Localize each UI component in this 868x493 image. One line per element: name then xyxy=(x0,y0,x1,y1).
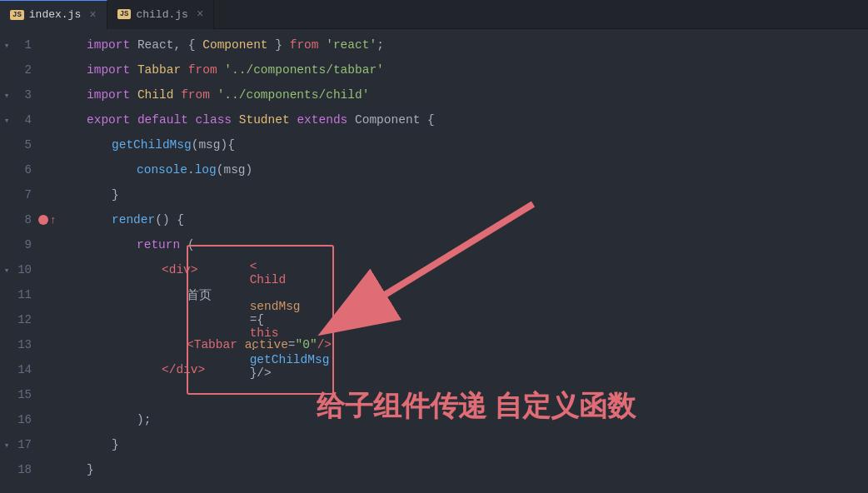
gutter-row-11: 11 xyxy=(0,282,83,307)
tag-child-lt: < xyxy=(250,260,257,273)
tab-label-child: child.js xyxy=(136,8,187,21)
brace-4: { xyxy=(227,138,235,152)
tab-close-child[interactable]: × xyxy=(197,7,203,21)
cls-child: Child xyxy=(137,88,174,102)
ln-16: 16 xyxy=(13,413,38,426)
tab-close-index[interactable]: × xyxy=(89,8,96,22)
ln-13: 13 xyxy=(13,338,38,351)
kw-import-3: import xyxy=(87,88,130,102)
attr-sendmsg: sendMsg xyxy=(250,300,301,313)
kw-import-2: import xyxy=(87,63,130,77)
tag-tabbar-close: /> xyxy=(317,338,332,351)
plain-17: . xyxy=(187,163,195,177)
fold-10[interactable]: ▾ xyxy=(0,265,13,276)
fn-console: console xyxy=(137,163,187,177)
plain-4: ; xyxy=(377,38,384,52)
ln-5: 5 xyxy=(13,138,38,152)
fn-render: render xyxy=(112,213,155,227)
fold-4[interactable]: ▾ xyxy=(0,115,13,126)
kw-default: default xyxy=(137,113,188,127)
gutter-row-16: 16 xyxy=(0,407,83,432)
code-line-2: import Tabbar from '../components/tabbar… xyxy=(87,57,868,82)
fn-getchildmsg: getChildMsg xyxy=(112,138,192,152)
tag-tabbar: <Tabbar xyxy=(187,338,237,351)
ln-10: 10 xyxy=(13,263,38,276)
plain-22: ={ xyxy=(250,313,264,326)
jsx-str-0: "0" xyxy=(296,338,317,351)
kw-import-1: import xyxy=(87,38,130,52)
ln-1: 1 xyxy=(13,38,38,52)
plain-14 xyxy=(290,113,297,127)
ln-4: 4 xyxy=(13,113,38,127)
gutter-row-13: 13 xyxy=(0,332,83,357)
tab-icon-js2: JS xyxy=(117,9,132,19)
cls-tabbar: Tabbar xyxy=(137,63,181,77)
plain-26: = xyxy=(288,338,296,351)
ln-7: 7 xyxy=(13,188,38,202)
code-line-6: console . log (msg) xyxy=(87,157,868,182)
kw-class: class xyxy=(196,113,232,127)
brace-5: } xyxy=(112,188,119,202)
kw-extends: extends xyxy=(297,113,347,127)
plain-3 xyxy=(319,38,327,52)
fold-3[interactable]: ▾ xyxy=(0,90,13,101)
fold-1[interactable]: ▾ xyxy=(0,40,13,51)
tag-child-name: Child xyxy=(250,273,287,286)
plain-6 xyxy=(181,63,188,77)
gutter-row-2: 2 xyxy=(0,57,83,82)
code-line-1: import React, { Component } from 'react'… xyxy=(87,32,868,57)
tab-bar: JS index.js × JS child.js × xyxy=(0,0,868,29)
code-line-8: render () { xyxy=(87,207,868,232)
fold-17[interactable]: ▾ xyxy=(0,440,13,451)
code-line-3: import Child from '../components/child' xyxy=(87,82,868,107)
gutter-row-8: 8 ↑ xyxy=(0,207,83,232)
plain-13 xyxy=(232,113,239,127)
code-line-5: getChildMsg (msg) { xyxy=(87,132,868,157)
code-line-14: </div> xyxy=(87,357,868,382)
code-area[interactable]: import React, { Component } from 'react'… xyxy=(83,29,868,493)
plain-11 xyxy=(130,113,137,127)
attr-active: active xyxy=(245,338,288,351)
cls-studnet: Studnet xyxy=(239,113,290,127)
plain-27: ); xyxy=(137,413,151,426)
plain-10 xyxy=(210,88,217,102)
brace-7: } xyxy=(112,438,119,451)
ln-3: 3 xyxy=(13,88,38,102)
code-line-16: ); xyxy=(87,407,868,432)
ln-18: 18 xyxy=(13,463,38,476)
tab-child[interactable]: JS child.js × xyxy=(107,0,215,29)
breakpoint-dot[interactable] xyxy=(38,215,48,225)
kw-export: export xyxy=(87,113,130,127)
cls-component: Component xyxy=(202,38,267,52)
ln-17: 17 xyxy=(13,438,38,451)
gutter-row-7: 7 xyxy=(0,182,83,207)
kw-from-1: from xyxy=(290,38,319,52)
tab-label-index: index.js xyxy=(29,8,81,21)
code-line-17: } xyxy=(87,432,868,457)
gutter-row-4: ▾ 4 xyxy=(0,107,83,132)
gutter-row-12: 12 xyxy=(0,307,83,332)
ln-8: 8 xyxy=(13,213,38,227)
plain-12 xyxy=(188,113,196,127)
debug-arrow-icon: ↑ xyxy=(50,214,57,227)
brace-2: } xyxy=(268,38,282,52)
gutter-row-14: 14 xyxy=(0,357,83,382)
code-line-15 xyxy=(87,382,868,407)
gutter-row-1: ▾ 1 xyxy=(0,32,83,57)
tab-index[interactable]: JS index.js × xyxy=(0,0,107,29)
code-line-18: } xyxy=(87,457,868,482)
str-child: '../components/child' xyxy=(217,88,370,102)
gutter-row-10: ▾ 10 xyxy=(0,257,83,282)
code-line-4: export default class Studnet extends Com… xyxy=(87,107,868,132)
ln-9: 9 xyxy=(13,238,38,251)
plain-7 xyxy=(217,63,225,77)
plain-19: () xyxy=(155,213,177,227)
ln-6: 6 xyxy=(13,163,38,177)
editor: ▾ 1 2 ▾ 3 ▾ 4 5 6 xyxy=(0,29,868,493)
kw-return: return xyxy=(137,238,180,251)
brace-8: } xyxy=(87,463,94,476)
brace-1: { xyxy=(188,38,202,52)
gutter-row-6: 6 xyxy=(0,157,83,182)
tab-icon-js: JS xyxy=(10,10,24,20)
ln-15: 15 xyxy=(13,388,38,401)
